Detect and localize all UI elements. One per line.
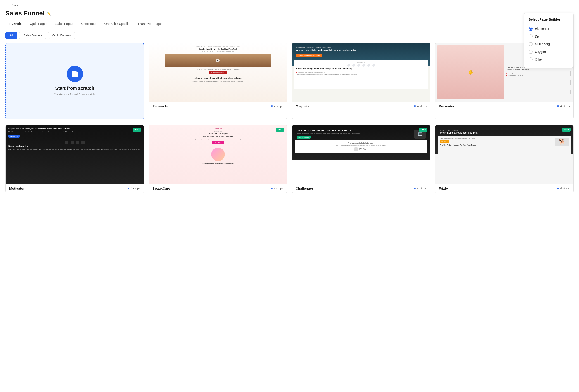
filter-sales-funnels[interactable]: Sales Funnels xyxy=(19,32,46,39)
pro-badge-frizty: PRO xyxy=(562,128,571,131)
play-icon: ▶ xyxy=(216,59,219,63)
card-footer-presenter: Presenter ≡ 4 steps xyxy=(435,102,573,111)
challenger-body: This is a scientifically tested program … xyxy=(295,140,428,153)
dropdown-title: Select Page Builder xyxy=(529,17,569,21)
back-arrow-icon: ← xyxy=(5,3,9,7)
icon-box-2 xyxy=(71,141,74,144)
pro-badge-motivator: PRO xyxy=(133,128,141,131)
persuader-cta-btn: Get Your Masks Here xyxy=(209,71,227,74)
filter-all[interactable]: All xyxy=(5,32,17,39)
card-name-persuader: Persuader xyxy=(152,104,169,108)
warning-icon: ● xyxy=(296,71,297,73)
page-title-row: Sales Funnel ✏️ xyxy=(0,8,579,20)
tab-thank-you-pages[interactable]: Thank You Pages xyxy=(134,20,166,28)
magnetic-sub-headline: Here's The Thing: Home-Schooling Can Be … xyxy=(296,67,426,70)
logo-icon-2 xyxy=(352,64,355,67)
option-other[interactable]: Other xyxy=(529,56,569,63)
frizty-text-col: Get 50% OFF For Your First Month With Fr… xyxy=(440,138,554,146)
card-preview-wrapper-beauxcare: Beauluxe Summer Sale Discover The Magic … xyxy=(149,125,287,184)
warning-text: Lorem ipsum dolor sit amet, consectetur … xyxy=(298,71,325,73)
card-steps-frizty: ≡ 4 steps xyxy=(557,187,570,190)
frizty-cta-btn: SIGN UP xyxy=(440,140,449,143)
card-footer-persuader: Persuader ≡ 4 steps xyxy=(149,102,287,111)
option-oxygen-label: Oxygen xyxy=(535,50,546,54)
card-persuader[interactable]: IN THE SPOTLIGHT: BeeHive Nourishing Fac… xyxy=(148,43,287,119)
logo-icon-6 xyxy=(372,64,375,67)
card-beauxcare[interactable]: Beauluxe Summer Sale Discover The Magic … xyxy=(148,125,287,193)
beauxcare-desc2: 100% authentic products, quick delivery,… xyxy=(151,138,284,140)
magnetic-warning: ● Lorem ipsum dolor sit amet, consectetu… xyxy=(296,71,426,73)
filter-optin-funnels[interactable]: Optin Funnels xyxy=(48,32,75,39)
motivator-icons xyxy=(8,141,141,144)
motivator-sub-headline: Raise your hand if... xyxy=(8,145,141,148)
bullet-icon-1: ● xyxy=(506,72,507,74)
card-steps-persuader: ≡ 4 steps xyxy=(271,104,283,108)
card-challenger[interactable]: TAKE THE 21 DAYS WEIGHT LOSS CHALLENGE T… xyxy=(292,125,431,193)
beauxcare-brand: Beauluxe xyxy=(151,128,284,130)
card-preview-wrapper-magnetic: Teaching Your Children: The Lockdown Buy… xyxy=(292,43,430,102)
challenger-layout: TAKE THE 21 DAYS WEIGHT LOSS CHALLENGE T… xyxy=(295,128,428,141)
pro-badge-beauxcare: PRO xyxy=(276,128,284,131)
card-preview-wrapper-frizty: ✦ FRIZTY PET STORE Where Being a Pet is … xyxy=(435,125,573,184)
presenter-image: ✋ xyxy=(437,45,504,99)
motivator-sub: What if you could stop worrying about be… xyxy=(8,131,141,133)
scratch-title: Start from scratch xyxy=(55,86,94,91)
card-steps-motivator: ≡ 4 steps xyxy=(128,187,140,190)
logo-icon-4 xyxy=(362,64,365,67)
bullet-text-2: Consectetur adipiscing sit xyxy=(508,75,523,76)
logo-icon-5 xyxy=(367,64,370,67)
back-nav[interactable]: ← Back xyxy=(0,0,579,8)
tab-checkouts[interactable]: Checkouts xyxy=(77,20,100,28)
motivator-body: Lorem ipsum dolor sit amet, consectetur … xyxy=(8,148,141,150)
beauxcare-headline: Discover The Magic xyxy=(151,132,284,135)
scratch-card[interactable]: Start from scratch Create your funnel fr… xyxy=(5,43,144,119)
card-preview-challenger: TAKE THE 21 DAYS WEIGHT LOSS CHALLENGE T… xyxy=(292,125,430,184)
card-steps-challenger: ≡ 4 steps xyxy=(414,187,427,190)
frizty-dog-image: 🐕 xyxy=(555,138,569,146)
card-name-frizty: Frizty xyxy=(439,187,448,190)
layers-icon-motivator: ≡ xyxy=(128,187,129,190)
scratch-desc: Create your funnel from scratch. xyxy=(50,93,99,96)
magnetic-topline: Teaching Your Children: The Lockdown Buy… xyxy=(296,47,426,49)
motivator-headline: Forget about the "Hacks", "Occasional Mo… xyxy=(8,128,141,130)
preview-frizty-content: ✦ FRIZTY PET STORE Where Being a Pet is … xyxy=(435,125,573,184)
tabs-row: Funnels Optin Pages Sales Pages Checkout… xyxy=(0,20,579,28)
challenger-cta-btn: Get The Program xyxy=(296,136,310,138)
card-preview-frizty: ✦ FRIZTY PET STORE Where Being a Pet is … xyxy=(435,125,573,184)
motivator-cta-btn: Explore Now xyxy=(8,135,20,138)
steps-count-frizty: 4 steps xyxy=(560,187,570,190)
tab-optin-pages[interactable]: Optin Pages xyxy=(26,20,51,28)
tab-funnels[interactable]: Funnels xyxy=(5,20,26,28)
icon-box-4 xyxy=(81,141,85,144)
radio-divi xyxy=(529,34,533,38)
option-elementor-label: Elementor xyxy=(535,27,549,31)
challenger-body-desc: This is a scientifically tested program,… xyxy=(296,145,426,146)
tab-one-click-upsells[interactable]: One Click Upsells xyxy=(100,20,134,28)
frizty-offer: Get 50% OFF For Your First Month With Fr… xyxy=(440,138,554,139)
magnetic-body-text: Lorem ipsum dolor sit amet, consectetur … xyxy=(296,74,426,75)
option-divi[interactable]: Divi xyxy=(529,33,569,40)
edit-icon[interactable]: ✏️ xyxy=(46,11,51,16)
option-oxygen[interactable]: Oxygen xyxy=(529,48,569,56)
radio-gutenberg xyxy=(529,42,533,46)
card-motivator[interactable]: Forget about the "Hacks", "Occasional Mo… xyxy=(5,125,144,193)
steps-count-challenger: 4 steps xyxy=(417,187,427,190)
persuader-topline: IN THE SPOTLIGHT: BeeHive Nourishing Fac… xyxy=(152,46,284,47)
filter-row: All Sales Funnels Optin Funnels Page Bui… xyxy=(0,28,579,43)
card-magnetic[interactable]: Teaching Your Children: The Lockdown Buy… xyxy=(292,43,431,119)
preview-motivator-content: Forget about the "Hacks", "Occasional Mo… xyxy=(6,125,144,184)
document-plus-icon xyxy=(71,70,79,78)
tab-sales-pages[interactable]: Sales Pages xyxy=(51,20,77,28)
option-gutenberg[interactable]: Gutenberg xyxy=(529,40,569,48)
radio-other xyxy=(529,58,533,62)
author-info: John Doe Professor & Author xyxy=(359,148,369,151)
presenter-list-item-1: ● Lorem ipsum dolor sit amet xyxy=(506,72,571,74)
icon-row-logos xyxy=(296,64,426,67)
beauxcare-offer: 20% off on all Beaux care Products. xyxy=(151,136,284,138)
card-frizty[interactable]: ✦ FRIZTY PET STORE Where Being a Pet is … xyxy=(435,125,574,193)
magnetic-hero: Teaching Your Children: The Lockdown Buy… xyxy=(294,45,428,59)
option-elementor[interactable]: Elementor xyxy=(529,25,569,33)
card-preview-magnetic: Teaching Your Children: The Lockdown Buy… xyxy=(292,43,430,102)
author-title: Professor & Author xyxy=(359,149,369,151)
magnetic-body: FEATURED IN Here's The Thing: Home-Schoo… xyxy=(294,60,428,89)
